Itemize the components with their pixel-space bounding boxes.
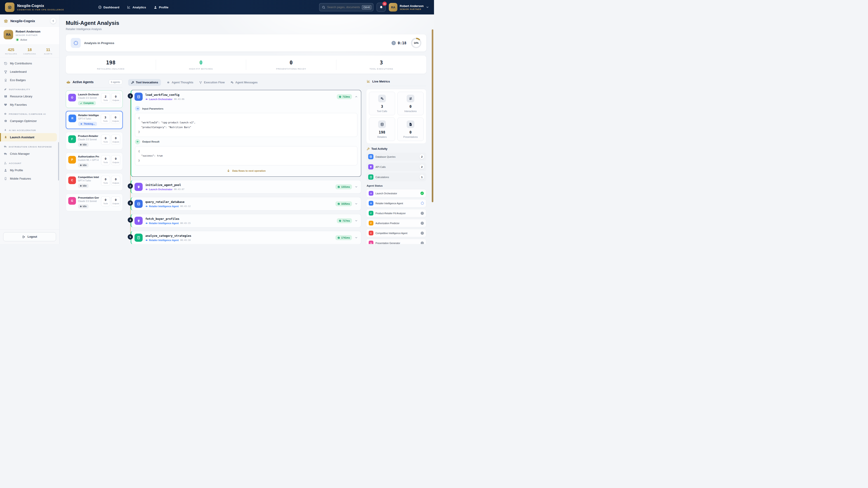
activity-count: 2 [420, 164, 424, 169]
nav-link-analytics[interactable]: Analytics [127, 5, 146, 9]
outputs-label: Outputs [112, 99, 120, 101]
invocation-header[interactable]: analyze_category_strategies Retailer Int… [131, 231, 361, 244]
chart-line-icon [127, 5, 131, 9]
sidebar-menu: My Contributions Leaderboard Eco Badges … [0, 58, 59, 229]
agent-card-presentation-generator[interactable]: G Presentation Gen... Claude 3.5 Sonnet … [66, 194, 123, 211]
agent-mini-stats: 2Tools 0Outputs [101, 93, 120, 105]
section-title: DISTRIBUTION CRISIS RESPONSE [9, 145, 52, 148]
invocation-card: query_retailer_database Retailer Intelli… [131, 197, 361, 210]
agent-name: Authorization Predictor [375, 222, 418, 225]
tab-tool-invocations[interactable]: Tool Invocations [128, 79, 161, 86]
agent-card-launch-orchestrator[interactable]: O Launch Orchestra... Claude 3.5 Sonnet … [66, 90, 123, 108]
person-icon [4, 168, 7, 172]
database-icon [368, 154, 373, 159]
tool-activity-title: Tool Activity [371, 147, 388, 151]
sidebar-item-mobile-features[interactable]: Mobile Features [0, 174, 59, 183]
stat-label: TOOL EXECUTIONS [336, 68, 426, 70]
avatar: F [369, 211, 373, 216]
logout-icon [22, 235, 26, 238]
step-number: 1 [128, 93, 133, 98]
avatar: C [68, 176, 76, 184]
stat-label: CAMPAIGNS [20, 53, 39, 55]
metric-retailers: 198 Retailers [369, 118, 395, 141]
agent-card-product-retailer-fit[interactable]: F Product-Retailer F... Claude 3.5 Sonne… [66, 132, 123, 150]
live-metrics-title: Live Metrics [372, 80, 390, 83]
live-metrics-header: Live Metrics [366, 78, 426, 86]
chevron-down-icon[interactable] [355, 185, 358, 188]
tool-activity-api-calls: API Calls 2 [366, 163, 426, 171]
sidebar-item-resource-library[interactable]: Resource Library [0, 92, 59, 101]
sidebar-item-label: Leaderboard [10, 70, 27, 73]
agent-card-retailer-intelligence[interactable]: R Retailer Intelligen... GPT-4 Turbo Thi… [66, 111, 123, 129]
gauge-icon [98, 5, 102, 9]
status-badge: Idle [78, 163, 89, 167]
stat-label: RETAILERS [2, 53, 20, 55]
tab-agent-thoughts[interactable]: Agent Thoughts [167, 81, 193, 84]
tool-sub: Retailer Intelligence Agent 00:43:12 [145, 205, 191, 207]
tab-agent-messages[interactable]: Agent Messages [230, 81, 258, 84]
main-content: Multi-Agent Analysis Retailer Intelligen… [59, 14, 434, 244]
user-menu[interactable]: RA Robert Anderson SENIOR PARTNER [389, 3, 429, 11]
navbar-links: Dashboard Analytics Profile [98, 5, 168, 9]
avatar: O [68, 94, 76, 101]
brand-name: Nexgile-Cognix [17, 4, 64, 8]
database-icon [378, 121, 386, 128]
sidebar-item-leaderboard[interactable]: Leaderboard [0, 68, 59, 76]
avatar: O [369, 191, 373, 196]
agent-name: Competitive Intell... [78, 176, 99, 178]
robot-icon [66, 80, 70, 84]
invocation-right: 1741ms [336, 235, 358, 240]
nav-link-dashboard[interactable]: Dashboard [98, 5, 120, 9]
sidebar-item-launch-assistant[interactable]: Launch Assistant [0, 133, 57, 141]
sidebar-item-my-profile[interactable]: My Profile [0, 166, 59, 174]
invocation-right: 717ms [337, 218, 358, 223]
sidebar-footer: Logout [0, 229, 59, 244]
agent-card-authorization-predictor[interactable]: P Authorization Pre... Custom ML + GPT-4… [66, 153, 123, 170]
section-title: PROMOTIONAL CAMPAIGN AI [9, 113, 46, 115]
sidebar-item-my-contributions[interactable]: My Contributions [0, 59, 59, 68]
navbar-brand: Nexgile-Cognix COGNITIVE AI FOR CPG EXCE… [5, 2, 64, 12]
chevron-down-icon[interactable] [355, 236, 358, 239]
outputs-count: 0 [112, 95, 120, 98]
agents-count-badge: 6 agents [109, 79, 122, 85]
agent-name: Product-Retailer F... [78, 135, 99, 137]
search-input[interactable] [327, 6, 360, 9]
chevron-up-icon[interactable] [355, 95, 358, 98]
chevron-down-icon[interactable] [355, 202, 358, 205]
sidebar-item-eco-badges[interactable]: Eco Badges [0, 76, 59, 84]
stat-presentations-ready: 0 PRESENTATIONS READY [246, 60, 336, 70]
tool-activity-header: Tool Activity [367, 147, 426, 151]
tool-info: analyze_category_strategies Retailer Int… [145, 234, 191, 241]
agent-name: Launch Orchestrator [375, 192, 418, 195]
agent-card-competitive-intelligence[interactable]: C Competitive Intell... GPT-4 Turbo Idle… [66, 173, 123, 191]
invocation-header[interactable]: fetch_buyer_profiles Retailer Intelligen… [131, 214, 361, 227]
notifications-button[interactable]: 11 [377, 3, 385, 12]
tab-execution-flow[interactable]: Execution Flow [199, 81, 225, 84]
page-scrollbar[interactable] [432, 29, 433, 202]
search-box[interactable]: Ctrl+K [319, 3, 373, 11]
avatar: RA [4, 30, 13, 39]
nav-link-profile[interactable]: Profile [154, 5, 168, 9]
chevron-down-icon[interactable] [355, 219, 358, 222]
logout-button[interactable]: Logout [3, 232, 56, 241]
sidebar-user-role: SENIOR PARTNER [16, 34, 40, 36]
invocation-header[interactable]: query_retailer_database Retailer Intelli… [131, 197, 361, 210]
tab-label: Tool Invocations [136, 81, 158, 84]
sidebar-item-my-favorites[interactable]: My Favorites [0, 101, 59, 109]
sidebar-item-crisis-manager[interactable]: Crisis Manager [0, 150, 59, 158]
invocation-body: Input Parameters { "workflowId": "cpg-pr… [131, 103, 361, 176]
sidebar-item-campaign-optimizer[interactable]: Campaign Optimizer [0, 117, 59, 125]
invocation-header[interactable]: initialize_agent_pool Launch Orchestrato… [131, 180, 361, 193]
sidebar-user-status: Active [16, 38, 40, 41]
avatar: G [369, 240, 373, 244]
agent-name: Launch Orchestra... [78, 93, 99, 96]
sidebar-scrollbar[interactable] [58, 142, 59, 181]
section-title: ACCOUNT [9, 162, 22, 164]
invocation-right: 1025ms [336, 201, 358, 206]
page-title: Multi-Agent Analysis [66, 20, 426, 26]
clock-icon [421, 212, 424, 215]
tool-info: query_retailer_database Retailer Intelli… [145, 200, 191, 207]
sidebar-collapse-button[interactable] [51, 18, 56, 24]
search-icon [322, 6, 325, 9]
invocation-header[interactable]: load_workflow_config Launch Orchestrator… [131, 90, 361, 103]
